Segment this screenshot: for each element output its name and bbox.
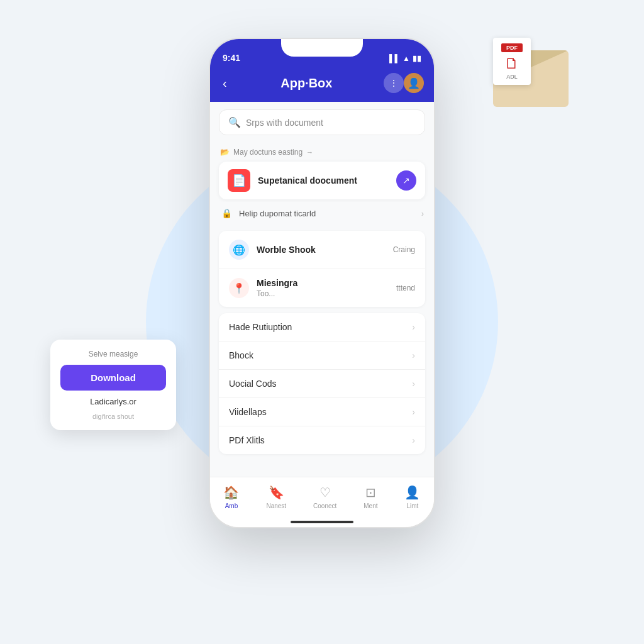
home-nav-icon: 🏠 — [223, 485, 239, 500]
search-placeholder: Srps with document — [246, 118, 323, 128]
list-item-title-1: Miesingra — [257, 278, 389, 288]
nav-label-ment: Ment — [364, 502, 377, 509]
download-card: Selve measige Download Ladicarlys.or dig… — [50, 340, 176, 430]
menu-item-arrow-2: › — [412, 379, 415, 389]
nearest-nav-icon: 🔖 — [269, 485, 284, 500]
nav-label-nearest: Nanest — [266, 502, 286, 509]
folder-icon: 📂 — [220, 148, 230, 157]
list-item-icon-0: 🌐 — [229, 240, 249, 260]
menu-item-label-1: Bhock — [229, 350, 253, 360]
list-item-badge-1: tttend — [396, 284, 415, 292]
sub-item[interactable]: 🔒 Helip dupomat ticarld › — [210, 202, 434, 225]
back-button[interactable]: ‹ — [220, 74, 230, 93]
menu-section: Hade Rutiuption › Bhock › Uocial Cods › … — [219, 313, 425, 454]
menu-item-arrow-1: › — [412, 350, 415, 360]
avatar-icon: 👤 — [408, 77, 420, 89]
highlight-action-button[interactable]: ↗ — [396, 170, 416, 191]
menu-item-arrow-0: › — [412, 322, 415, 332]
wifi-icon: ▲ — [402, 54, 410, 63]
nav-label-home: Amb — [225, 502, 238, 509]
menu-item-4[interactable]: PDf Xlitls › — [219, 426, 425, 454]
menu-item-arrow-4: › — [412, 435, 415, 445]
share-icon: ↗ — [402, 175, 410, 186]
menu-item-2[interactable]: Uocial Cods › — [219, 370, 425, 398]
list-item-content-1: Miesingra Too... — [257, 278, 389, 298]
phone-wrapper: 9:41 ▌▌ ▲ ▮▮ ‹ App·Box ⋮ 👤 🔍 Srps with d… — [209, 38, 435, 528]
nav-label-connect: Coonect — [313, 502, 336, 509]
battery-icon: ▮▮ — [413, 54, 421, 63]
nav-item-ment[interactable]: ⊡ Ment — [364, 485, 377, 509]
phone: 9:41 ▌▌ ▲ ▮▮ ‹ App·Box ⋮ 👤 🔍 Srps with d… — [209, 38, 435, 528]
download-button[interactable]: Download — [60, 365, 166, 391]
pdf-document: PDF 🗋 ADL — [493, 38, 531, 85]
list-section: 🌐 Worble Shook Craing 📍 Miesingra Too...… — [219, 231, 425, 307]
app-title: App·Box — [230, 76, 384, 91]
download-size: digñrca shout — [92, 413, 134, 420]
menu-item-label-4: PDf Xlitls — [229, 435, 265, 445]
menu-item-1[interactable]: Bhock › — [219, 341, 425, 370]
bottom-nav: 🏠 Amb 🔖 Nanest ♡ Coonect ⊡ Ment 👤 Limt — [210, 477, 434, 527]
menu-item-arrow-3: › — [412, 407, 415, 417]
section-arrow: → — [306, 148, 313, 156]
nav-label-limt: Limt — [407, 502, 419, 509]
highlight-item[interactable]: 📄 Supetanical doocument ↗ — [219, 162, 425, 199]
pdf-envelope-decoration: PDF 🗋 ADL — [493, 50, 569, 107]
pdf-doc-label: ADL — [506, 74, 518, 80]
search-bar[interactable]: 🔍 Srps with document — [219, 109, 425, 135]
download-filename: Ladicarlys.or — [90, 397, 136, 406]
download-card-label: Selve measige — [89, 350, 138, 358]
menu-item-label-2: Uocial Cods — [229, 379, 276, 389]
limt-nav-icon: 👤 — [404, 485, 420, 500]
menu-item-0[interactable]: Hade Rutiuption › — [219, 313, 425, 341]
list-item-sub-1: Too... — [257, 289, 389, 298]
nav-item-nearest[interactable]: 🔖 Nanest — [266, 485, 286, 509]
pdf-label: PDF — [501, 43, 523, 52]
list-item-icon-1: 📍 — [229, 278, 249, 298]
list-item-title-0: Worble Shook — [257, 245, 386, 255]
avatar: 👤 — [404, 73, 424, 93]
menu-button[interactable]: ⋮ — [384, 73, 404, 93]
app-header: ‹ App·Box ⋮ 👤 — [210, 67, 434, 102]
menu-item-label-0: Hade Rutiuption — [229, 322, 292, 332]
list-item-content-0: Worble Shook — [257, 245, 386, 255]
section-label: 📂 May doctuns easting → — [210, 143, 434, 159]
home-indicator — [291, 521, 353, 523]
search-icon: 🔍 — [228, 116, 241, 128]
status-icons: ▌▌ ▲ ▮▮ — [389, 54, 421, 63]
sub-item-text: Helip dupomat ticarld — [239, 209, 415, 218]
list-item[interactable]: 📍 Miesingra Too... tttend — [219, 269, 425, 307]
ment-nav-icon: ⊡ — [365, 485, 376, 500]
phone-body: 🔍 Srps with document 📂 May doctuns easti… — [210, 102, 434, 484]
phone-notch — [281, 39, 363, 57]
status-time: 9:41 — [223, 53, 240, 63]
signal-icon: ▌▌ — [389, 54, 400, 63]
lock-icon: 🔒 — [220, 208, 233, 218]
menu-item-label-3: Viidellaps — [229, 407, 267, 417]
highlight-item-icon: 📄 — [228, 169, 250, 192]
connect-nav-icon: ♡ — [319, 485, 331, 500]
list-item-badge-0: Craing — [393, 245, 415, 254]
nav-item-home[interactable]: 🏠 Amb — [223, 485, 239, 509]
section-label-text: May doctuns easting — [233, 148, 303, 157]
sub-item-arrow: › — [421, 209, 424, 218]
pdf-icon: 🗋 — [504, 55, 519, 72]
nav-item-connect[interactable]: ♡ Coonect — [313, 485, 336, 509]
list-item[interactable]: 🌐 Worble Shook Craing — [219, 231, 425, 269]
menu-item-3[interactable]: Viidellaps › — [219, 398, 425, 426]
highlight-item-title: Supetanical doocument — [258, 175, 389, 186]
nav-item-limt[interactable]: 👤 Limt — [404, 485, 420, 509]
